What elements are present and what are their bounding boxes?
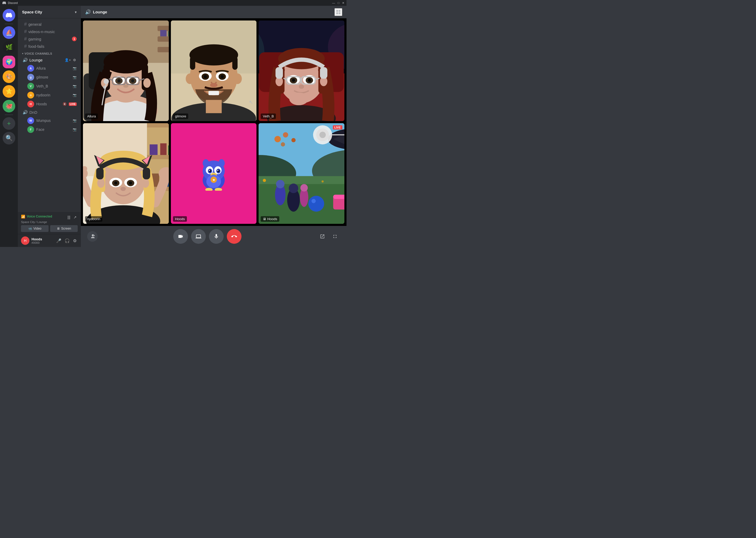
member-video-icon-gilmore: 📷 xyxy=(73,76,77,79)
voice-soundboard-button[interactable]: ||| xyxy=(67,214,71,220)
svg-rect-10 xyxy=(168,31,169,36)
svg-point-114 xyxy=(142,178,149,188)
video-tile-inner-vethb xyxy=(259,21,344,121)
svg-point-49 xyxy=(204,75,207,78)
popout-button[interactable] xyxy=(317,231,328,242)
channel-header-name: Lounge xyxy=(93,10,107,14)
video-button[interactable]: 📹 Video xyxy=(21,225,49,232)
voice-member-wumpus[interactable]: W Wumpus 📷 xyxy=(20,116,79,125)
channel-item-food[interactable]: # food-fails xyxy=(20,42,79,50)
voice-settings-icon[interactable]: ⚙ xyxy=(72,58,77,63)
server-divider xyxy=(5,24,13,24)
svg-point-84 xyxy=(292,92,298,100)
screen-share-toggle-button[interactable] xyxy=(191,229,206,244)
member-avatar-face: F xyxy=(27,126,34,133)
server-icon-art[interactable]: 🎨 xyxy=(3,71,15,83)
voice-status-row: 📶 Voice Connected ||| ↗ xyxy=(21,214,78,220)
svg-rect-91 xyxy=(147,123,169,128)
text-channel-category: # general # videos-n-music # gaming 1 # … xyxy=(18,21,81,50)
voice-member-face[interactable]: F Face 📷 xyxy=(20,125,79,134)
end-call-button[interactable] xyxy=(227,229,242,244)
voice-category-label: VOICE CHANNELS xyxy=(25,52,52,55)
video-tile-hoods-screen[interactable]: LIVE 🖥 Hoods xyxy=(259,123,344,224)
member-avatar-gilmore: g xyxy=(27,74,34,81)
video-tile-allura[interactable]: Allura xyxy=(83,21,169,121)
voice-member-gilmore[interactable]: g gilmore 📷 xyxy=(20,73,79,82)
server-icon-space-city[interactable]: 🌍 xyxy=(3,56,15,68)
svg-point-138 xyxy=(209,170,210,171)
grid-view-button[interactable] xyxy=(334,8,342,16)
video-tile-nydoorin[interactable]: nydoorin xyxy=(83,123,169,224)
server-icon-gold[interactable]: ⭐ xyxy=(3,85,15,98)
video-tile-inner-hoods-screen xyxy=(259,123,344,224)
channel-sidebar: Space City ▾ # general # videos-n-music … xyxy=(18,6,81,247)
voice-channel-dnd[interactable]: 🔊 DnD xyxy=(20,108,79,116)
channel-header: 🔊 Lounge xyxy=(81,6,347,19)
fullscreen-button[interactable] xyxy=(330,231,340,242)
video-tile-inner-nydoorin xyxy=(83,123,169,224)
add-server-button[interactable]: + xyxy=(3,117,15,130)
voice-channel-name-dnd: DnD xyxy=(29,110,77,115)
title-bar-title: Discord xyxy=(8,1,18,4)
title-bar: Discord — □ ✕ xyxy=(0,0,347,6)
video-tile-gilmore[interactable]: gilmore ↖ xyxy=(171,21,257,121)
svg-point-159 xyxy=(283,132,288,137)
channel-item-general[interactable]: # general xyxy=(20,21,79,28)
member-avatar-vethb: V xyxy=(27,83,34,89)
svg-point-167 xyxy=(289,184,298,193)
video-tile-vethb[interactable]: Veth_B xyxy=(259,21,344,121)
svg-point-17 xyxy=(104,50,148,74)
camera-toggle-button[interactable] xyxy=(173,229,188,244)
title-bar-controls[interactable]: — □ ✕ xyxy=(332,1,344,5)
svg-point-34 xyxy=(104,79,109,84)
server-icon-creature[interactable]: 🐙 xyxy=(3,100,15,112)
server-icon-discover[interactable]: 🔍 xyxy=(3,132,15,144)
video-label-nydoorin: nydoorin xyxy=(85,216,102,222)
mute-button[interactable]: 🎤 xyxy=(55,237,63,244)
deafen-button[interactable]: 🎧 xyxy=(64,237,71,244)
voice-member-vethb[interactable]: V Veth_B 📷 xyxy=(20,82,79,91)
video-tile-inner-hoods-cam: ★ xyxy=(171,123,257,224)
server-icon-planet[interactable]: 🌿 xyxy=(3,41,15,54)
maximize-button[interactable]: □ xyxy=(338,1,339,5)
minimize-button[interactable]: — xyxy=(332,1,335,5)
svg-point-78 xyxy=(299,84,304,89)
microphone-toggle-button[interactable] xyxy=(209,229,224,244)
member-avatar-hoods: H xyxy=(27,101,34,107)
voice-icon: 🔊 xyxy=(23,58,28,63)
voice-category-header[interactable]: ▾ VOICE CHANNELS xyxy=(18,51,81,56)
server-icon-boat[interactable]: ⛵ xyxy=(3,26,15,39)
channel-item-videos[interactable]: # videos-n-music xyxy=(20,28,79,35)
svg-rect-119 xyxy=(96,168,103,179)
svg-rect-52 xyxy=(209,91,219,95)
add-participant-button[interactable] xyxy=(87,231,98,242)
voice-member-nydoorin[interactable]: n nydoorin 📷 xyxy=(20,91,79,100)
svg-rect-3 xyxy=(339,12,341,14)
svg-point-28 xyxy=(131,79,134,82)
voice-buttons: 📹 Video 🖥 Screen xyxy=(21,225,78,232)
svg-point-171 xyxy=(308,196,324,211)
member-avatar-allura: A xyxy=(27,65,34,72)
member-name-allura: Allura xyxy=(36,66,71,71)
video-btn-icon: 📹 xyxy=(28,227,32,230)
user-panel: H Hoods #0000 🎤 🎧 ⚙ xyxy=(18,234,81,247)
voice-disconnect-button[interactable]: ↗ xyxy=(72,214,78,220)
voice-channel-lounge[interactable]: 🔊 Lounge 👤+ ⚙ xyxy=(20,56,79,64)
server-header[interactable]: Space City ▾ xyxy=(18,6,81,19)
user-settings-button[interactable]: ⚙ xyxy=(72,237,78,244)
bottom-controls xyxy=(81,226,347,247)
video-tile-hoods-cam[interactable]: ★ Hoods xyxy=(171,123,257,224)
voice-channel-category: ▾ VOICE CHANNELS 🔊 Lounge 👤+ ⚙ A Allura xyxy=(18,51,81,134)
member-name-gilmore: gilmore xyxy=(36,75,71,79)
screen-share-icon: 🖥 xyxy=(263,217,266,221)
channel-name-videos: videos-n-music xyxy=(28,29,77,34)
voice-member-allura[interactable]: A Allura 📷 xyxy=(20,64,79,73)
hoods-pink-background: ★ xyxy=(171,123,257,224)
voice-member-hoods[interactable]: H Hoods 🔇 LIVE xyxy=(20,100,79,108)
channel-item-gaming[interactable]: # gaming 1 xyxy=(20,35,79,42)
member-mute-icon-hoods: 🔇 xyxy=(63,102,67,106)
server-icon-home[interactable] xyxy=(3,9,15,22)
close-button[interactable]: ✕ xyxy=(342,1,344,5)
screen-share-button[interactable]: 🖥 Screen xyxy=(50,225,78,232)
invite-to-voice-icon[interactable]: 👤+ xyxy=(64,58,71,63)
